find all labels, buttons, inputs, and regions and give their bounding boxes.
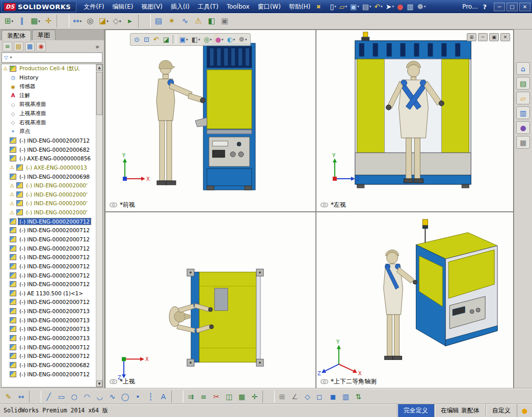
tree-item[interactable]: (-) IND-ENG-00002000712 bbox=[2, 217, 96, 226]
custom-properties-button[interactable]: ▦ bbox=[516, 136, 530, 149]
tree-item[interactable]: (-) IND-ENG-00002000713 bbox=[2, 333, 96, 343]
move-rotate-button[interactable]: ⇅ bbox=[353, 391, 365, 403]
tree-item[interactable]: (-) IND-ENG-00002000713 bbox=[2, 316, 96, 325]
display-style-button[interactable]: ◧ ▾ bbox=[190, 34, 202, 45]
front-view-pane[interactable]: Y X *前视 bbox=[105, 30, 315, 211]
restore-doc-button[interactable]: ▣ bbox=[489, 33, 499, 41]
mirror-entities-button[interactable]: ◫ bbox=[223, 391, 235, 403]
wireframe-button[interactable]: ◻ ▾ bbox=[314, 391, 327, 403]
print-button[interactable]: ▤ ▾ bbox=[361, 1, 373, 12]
tree-filter-bar[interactable]: ▽ ▾ bbox=[2, 52, 102, 63]
rebuild-button[interactable]: ● bbox=[395, 1, 405, 12]
mate-button[interactable]: ∥ bbox=[16, 15, 29, 27]
left-view-pane[interactable]: Y Z *左视 bbox=[316, 30, 513, 211]
tree-item[interactable]: (-) IND-ENG-00002000712 bbox=[2, 262, 96, 271]
undo-button[interactable]: ↶ ▾ bbox=[373, 1, 384, 12]
circle-button[interactable]: ○ bbox=[68, 391, 81, 403]
new-document-button[interactable]: ▯ ▾ bbox=[328, 1, 337, 12]
tree-item[interactable]: (-) IND-ENG-00002000' bbox=[2, 190, 96, 199]
show-hidden-components-button[interactable]: ◎ bbox=[84, 15, 97, 27]
view-palette-button[interactable]: ▥ bbox=[516, 106, 530, 119]
menu-item[interactable]: 工具(T) bbox=[194, 0, 223, 13]
previous-view-button[interactable]: ↶ bbox=[152, 34, 161, 45]
text-button[interactable]: A bbox=[157, 391, 170, 403]
open-button[interactable]: ▱ ▾ bbox=[338, 1, 349, 12]
reference-geometry-button[interactable]: ◇ ▾ bbox=[111, 15, 123, 27]
zebra-stripes-button[interactable]: ▥ bbox=[340, 391, 352, 403]
tree-item[interactable]: (-) IND-ENG-00002000713 bbox=[2, 325, 96, 334]
maximize-button[interactable]: □ bbox=[507, 3, 518, 11]
appearances-manager-tab[interactable]: ◉ bbox=[36, 42, 46, 51]
linear-component-pattern-button[interactable]: ▦ ▾ bbox=[29, 15, 42, 27]
linear-sketch-pattern-button[interactable]: ▦ bbox=[236, 391, 248, 403]
tree-item[interactable]: 原点 bbox=[2, 127, 96, 136]
sketch-button[interactable]: ✎ bbox=[3, 391, 15, 403]
minimize-doc-button[interactable]: ─ bbox=[478, 33, 488, 41]
scroll-up-icon[interactable]: ▲ bbox=[96, 64, 102, 71]
tree-item[interactable]: (-) IND-ENG-00002000712 bbox=[2, 226, 96, 235]
status-help-icon[interactable]: ● bbox=[517, 404, 532, 417]
tree-item[interactable]: 上视基准面 bbox=[2, 109, 96, 118]
tree-item[interactable]: (-) IND-ENG-00002000713 bbox=[2, 307, 96, 316]
isometric-view-button[interactable]: ◇ bbox=[302, 391, 314, 403]
scroll-down-icon[interactable]: ▼ bbox=[96, 380, 102, 387]
offset-entities-button[interactable]: ≡ bbox=[198, 391, 210, 403]
assembly-features-button[interactable]: ◪ ▾ bbox=[97, 15, 110, 27]
tree-item[interactable]: (-) AXE-ENG-00000013 bbox=[2, 163, 96, 172]
toolbar-button[interactable] bbox=[57, 15, 69, 27]
overflow-chevron[interactable]: » bbox=[93, 43, 101, 50]
zoom-to-area-button[interactable]: ⊡ bbox=[142, 34, 151, 45]
large-assembly-mode-button[interactable]: ▣ bbox=[219, 15, 231, 27]
viewport-splitter-vertical[interactable] bbox=[315, 30, 316, 388]
solidworks-resources-button[interactable]: ⌂ bbox=[516, 62, 530, 75]
angle-snap-button[interactable]: ∠ bbox=[289, 391, 301, 403]
view-orientation-button[interactable]: ▣ ▾ bbox=[178, 34, 190, 45]
tree-item[interactable]: (-) IND-ENG-00002000712 bbox=[2, 253, 96, 262]
tangent-arc-button[interactable]: ◡ bbox=[94, 391, 106, 403]
design-library-button[interactable]: ▤ bbox=[516, 77, 530, 90]
menu-item[interactable]: 插入(I) bbox=[167, 0, 194, 13]
tree-item[interactable]: 右视基准面 bbox=[2, 118, 96, 127]
menu-item[interactable]: 帮助(H) bbox=[285, 0, 314, 13]
instant3d-button[interactable]: ◧ bbox=[205, 15, 218, 27]
display-grid-button[interactable]: ⊞ bbox=[276, 391, 288, 403]
product-label[interactable]: Pro... bbox=[462, 3, 477, 10]
section-view-button[interactable]: ◪ bbox=[162, 34, 171, 45]
tile-windows-button[interactable]: ⊞ bbox=[467, 33, 476, 41]
appearances-scenes-button[interactable]: ● bbox=[516, 121, 530, 134]
hide-show-items-button[interactable]: ◎ ▾ bbox=[202, 34, 214, 45]
explode-line-sketch-button[interactable]: ∿ bbox=[179, 15, 192, 27]
tree-item[interactable]: (-) IND-ENG-00002000' bbox=[2, 208, 96, 217]
edit-appearance-button[interactable]: ● ▾ bbox=[214, 34, 225, 45]
menu-item[interactable]: 视图(V) bbox=[137, 0, 167, 13]
point-button[interactable]: • bbox=[132, 391, 144, 403]
spline-button[interactable]: ∿ bbox=[107, 391, 119, 403]
tree-item[interactable]: (-) AXE-ENG-00000000856 bbox=[2, 154, 96, 163]
menu-item[interactable]: 文件(F) bbox=[79, 0, 108, 13]
tree-item[interactable]: (-) IND-ENG-00002000712 bbox=[2, 352, 96, 361]
tree-item[interactable]: (-) IND-ENG-00002000712 bbox=[2, 370, 96, 379]
isometric-view-pane[interactable]: Y X Z *上下二等角轴测 bbox=[316, 212, 513, 388]
interference-detection-button[interactable]: ⚠ bbox=[192, 15, 205, 27]
status-custom[interactable]: 自定义 bbox=[486, 404, 517, 417]
select-button[interactable]: ➤ ▾ bbox=[384, 1, 395, 12]
minimize-button[interactable]: ─ bbox=[494, 3, 505, 11]
tree-item[interactable]: (-) IND-ENG-00002000712 bbox=[2, 136, 96, 145]
tree-item[interactable]: (-) IND-ENG-00002000712 bbox=[2, 280, 96, 289]
featuremanager-tree-tab[interactable]: ≡ bbox=[3, 42, 12, 51]
close-button[interactable]: ✕ bbox=[519, 3, 530, 11]
toolbar-button[interactable] bbox=[138, 15, 151, 27]
corner-rectangle-button[interactable]: ▭ bbox=[56, 391, 68, 403]
convert-entities-button[interactable]: ⇉ bbox=[185, 391, 197, 403]
tree-item[interactable]: 传感器 bbox=[2, 82, 96, 91]
propertymanager-tab[interactable]: ▤ bbox=[14, 42, 23, 51]
pin-menu-icon[interactable]: ✚ bbox=[314, 3, 323, 11]
scrollbar-thumb[interactable] bbox=[96, 72, 102, 115]
bill-of-materials-button[interactable]: ▤ bbox=[152, 15, 165, 27]
tree-item[interactable]: (-) IND-ENG-00002000682 bbox=[2, 360, 96, 370]
move-component-button[interactable]: ↔ ▾ bbox=[71, 15, 84, 27]
options-button[interactable]: ☸ ▾ bbox=[415, 1, 427, 12]
ellipse-button[interactable]: ◯ bbox=[119, 391, 131, 403]
apply-scene-button[interactable]: ◐ ▾ bbox=[225, 34, 236, 45]
toolbar-button[interactable] bbox=[171, 391, 183, 403]
